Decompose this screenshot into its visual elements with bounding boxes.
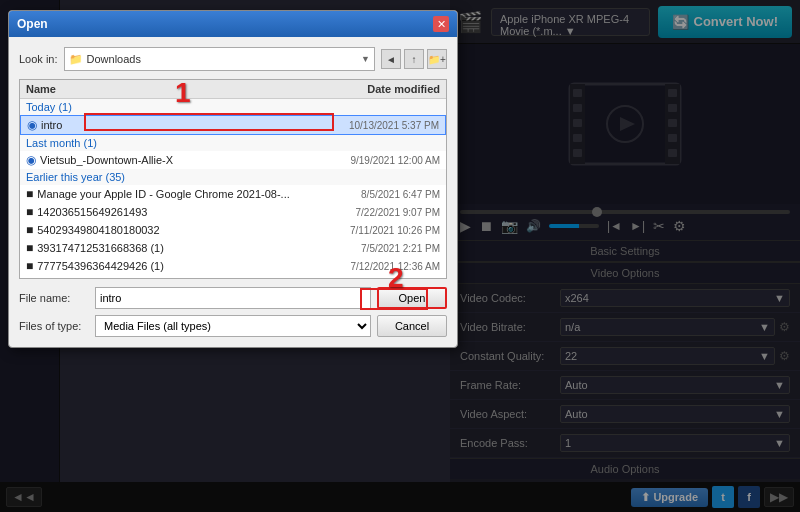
file-date-3: 7/11/2021 10:26 PM: [310, 225, 440, 236]
file-item-6[interactable]: ■ chekc 6/30/2021 12:28 PM: [20, 275, 446, 279]
file-date-vietsub: 9/19/2021 12:00 AM: [310, 155, 440, 166]
file-date-1: 8/5/2021 6:47 PM: [310, 189, 440, 200]
file-icon-3: ■: [26, 223, 33, 237]
file-item-1[interactable]: ■ Manage your Apple ID - Google Chrome 2…: [20, 185, 446, 203]
video-file-icon-2: ◉: [26, 153, 36, 167]
file-date-6: 6/30/2021 12:28 PM: [310, 279, 440, 280]
file-name-1: Manage your Apple ID - Google Chrome 202…: [37, 188, 306, 200]
file-date-intro: 10/13/2021 5:37 PM: [309, 120, 439, 131]
file-icon-4: ■: [26, 241, 33, 255]
video-file-icon: ◉: [27, 118, 37, 132]
folder-icon: 📁: [69, 53, 83, 66]
col-date-header: Date modified: [310, 83, 440, 95]
dialog-title: Open: [17, 17, 48, 31]
file-item-3[interactable]: ■ 54029349804180180032 7/11/2021 10:26 P…: [20, 221, 446, 239]
annotation-2: 2: [388, 262, 404, 294]
dialog-title-bar: Open ✕: [9, 11, 457, 37]
look-in-toolbar: ◄ ↑ 📁+: [381, 49, 447, 69]
go-back-button[interactable]: ◄: [381, 49, 401, 69]
chevron-down-icon: ▼: [361, 54, 370, 64]
col-name-header: Name: [26, 83, 310, 95]
go-up-button[interactable]: ↑: [404, 49, 424, 69]
look-in-label: Look in:: [19, 53, 58, 65]
filename-label: File name:: [19, 292, 89, 304]
file-name-3: 54029349804180180032: [37, 224, 306, 236]
file-icon-6: ■: [26, 277, 33, 279]
file-browser[interactable]: Name Date modified Today (1) ◉ intro 10/…: [19, 79, 447, 279]
dialog-overlay: Open ✕ Look in: 📁 Downloads ▼ ◄ ↑ 📁+: [0, 0, 800, 512]
new-folder-button[interactable]: 📁+: [427, 49, 447, 69]
group-today: Today (1): [20, 99, 446, 115]
file-icon-2: ■: [26, 205, 33, 219]
look-in-value: Downloads: [87, 53, 358, 65]
file-name-vietsub: Vietsub_-Downtown-Allie-X: [40, 154, 306, 166]
look-in-row: Look in: 📁 Downloads ▼ ◄ ↑ 📁+: [19, 47, 447, 71]
cancel-button[interactable]: Cancel: [377, 315, 447, 337]
file-date-2: 7/22/2021 9:07 PM: [310, 207, 440, 218]
file-name-intro: intro: [41, 119, 305, 131]
open-dialog: Open ✕ Look in: 📁 Downloads ▼ ◄ ↑ 📁+: [8, 10, 458, 348]
filetype-label: Files of type:: [19, 320, 89, 332]
file-name-2: 142036515649261493: [37, 206, 306, 218]
file-item-vietsub[interactable]: ◉ Vietsub_-Downtown-Allie-X 9/19/2021 12…: [20, 151, 446, 169]
annotation-1: 1: [175, 77, 191, 109]
group-last-month: Last month (1): [20, 135, 446, 151]
filename-row: File name: Open: [19, 287, 447, 309]
file-item-intro[interactable]: ◉ intro 10/13/2021 5:37 PM: [20, 115, 446, 135]
group-earlier: Earlier this year (35): [20, 169, 446, 185]
filename-input[interactable]: [95, 287, 371, 309]
file-item-2[interactable]: ■ 142036515649261493 7/22/2021 9:07 PM: [20, 203, 446, 221]
file-name-5: 777754396364429426 (1): [37, 260, 306, 272]
file-date-5: 7/12/2021 12:36 AM: [310, 261, 440, 272]
file-browser-header: Name Date modified: [20, 80, 446, 99]
look-in-select[interactable]: 📁 Downloads ▼: [64, 47, 375, 71]
dialog-body: Look in: 📁 Downloads ▼ ◄ ↑ 📁+: [9, 37, 457, 347]
dialog-close-button[interactable]: ✕: [433, 16, 449, 32]
file-icon-1: ■: [26, 187, 33, 201]
file-name-4: 393174712531668368 (1): [37, 242, 306, 254]
app-background: ⭐ Quick access 🖥 Desktop 📚 Libraries 💻 T…: [0, 0, 800, 512]
filetype-select[interactable]: Media Files (all types): [95, 315, 371, 337]
file-name-6: chekc: [37, 278, 306, 279]
filetype-row: Files of type: Media Files (all types) C…: [19, 315, 447, 337]
file-icon-5: ■: [26, 259, 33, 273]
file-item-5[interactable]: ■ 777754396364429426 (1) 7/12/2021 12:36…: [20, 257, 446, 275]
file-item-4[interactable]: ■ 393174712531668368 (1) 7/5/2021 2:21 P…: [20, 239, 446, 257]
file-date-4: 7/5/2021 2:21 PM: [310, 243, 440, 254]
